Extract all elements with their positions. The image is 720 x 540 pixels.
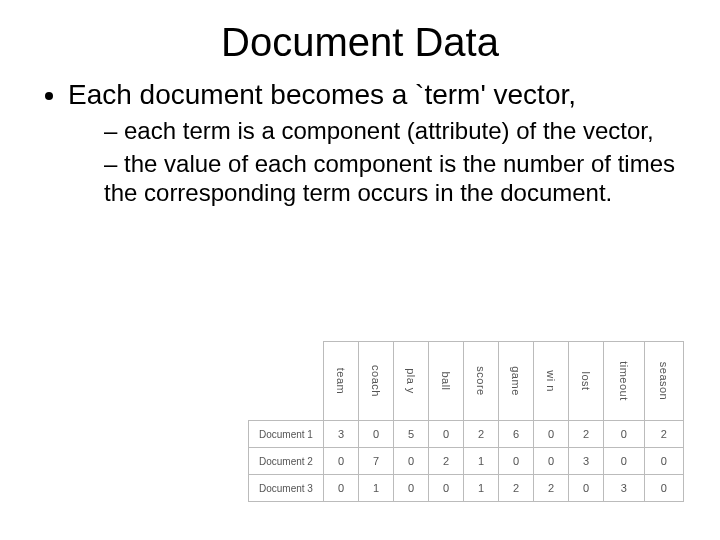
bullet-list-level1: Each document becomes a `term' vector, e…	[40, 79, 680, 207]
col-label: ball	[440, 371, 452, 390]
col-head-win: wi n	[533, 342, 568, 421]
table-corner-blank	[249, 342, 324, 421]
table-row: Document 3 0 1 0 0 1 2 2 0 3 0	[249, 475, 684, 502]
col-label: timeout	[618, 361, 630, 401]
cell: 0	[323, 448, 358, 475]
cell: 0	[358, 421, 393, 448]
col-label: season	[658, 362, 670, 400]
cell: 1	[358, 475, 393, 502]
cell: 3	[568, 448, 603, 475]
cell: 2	[568, 421, 603, 448]
table-header-row: team coach pla y ball score game wi n lo…	[249, 342, 684, 421]
col-head-ball: ball	[428, 342, 463, 421]
cell: 2	[498, 475, 533, 502]
cell: 7	[358, 448, 393, 475]
cell: 1	[463, 448, 498, 475]
cell: 3	[323, 421, 358, 448]
bullet-l2-1: the value of each component is the numbe…	[104, 150, 680, 208]
col-head-play: pla y	[393, 342, 428, 421]
cell: 0	[603, 448, 644, 475]
cell: 0	[568, 475, 603, 502]
col-label: coach	[370, 365, 382, 397]
col-head-game: game	[498, 342, 533, 421]
col-label: pla y	[405, 368, 417, 394]
col-head-coach: coach	[358, 342, 393, 421]
cell: 2	[463, 421, 498, 448]
cell: 1	[463, 475, 498, 502]
cell: 5	[393, 421, 428, 448]
col-head-score: score	[463, 342, 498, 421]
cell: 6	[498, 421, 533, 448]
cell: 0	[644, 475, 683, 502]
cell: 2	[533, 475, 568, 502]
slide: Document Data Each document becomes a `t…	[0, 0, 720, 540]
cell: 0	[393, 448, 428, 475]
cell: 3	[603, 475, 644, 502]
cell: 0	[393, 475, 428, 502]
cell: 2	[428, 448, 463, 475]
col-head-timeout: timeout	[603, 342, 644, 421]
bullet-l2-0: each term is a component (attribute) of …	[104, 117, 680, 146]
row-head-doc1: Document 1	[249, 421, 324, 448]
bullet-l1-0-text: Each document becomes a `term' vector,	[68, 79, 576, 110]
col-label: team	[335, 368, 347, 394]
col-label: wi n	[545, 370, 557, 392]
cell: 0	[644, 448, 683, 475]
slide-title: Document Data	[40, 20, 680, 65]
col-head-season: season	[644, 342, 683, 421]
col-label: game	[510, 366, 522, 396]
cell: 0	[603, 421, 644, 448]
table-row: Document 1 3 0 5 0 2 6 0 2 0 2	[249, 421, 684, 448]
bullet-l1-0: Each document becomes a `term' vector, e…	[68, 79, 680, 207]
cell: 0	[323, 475, 358, 502]
col-label: lost	[580, 371, 592, 390]
cell: 0	[498, 448, 533, 475]
col-label: score	[475, 366, 487, 395]
term-vector-table: team coach pla y ball score game wi n lo…	[248, 341, 684, 502]
table-row: Document 2 0 7 0 2 1 0 0 3 0 0	[249, 448, 684, 475]
cell: 0	[428, 475, 463, 502]
col-head-team: team	[323, 342, 358, 421]
row-head-doc2: Document 2	[249, 448, 324, 475]
col-head-lost: lost	[568, 342, 603, 421]
row-head-doc3: Document 3	[249, 475, 324, 502]
term-vector-table-container: team coach pla y ball score game wi n lo…	[248, 341, 684, 502]
cell: 0	[533, 448, 568, 475]
cell: 0	[428, 421, 463, 448]
cell: 0	[533, 421, 568, 448]
cell: 2	[644, 421, 683, 448]
bullet-list-level2: each term is a component (attribute) of …	[68, 117, 680, 207]
